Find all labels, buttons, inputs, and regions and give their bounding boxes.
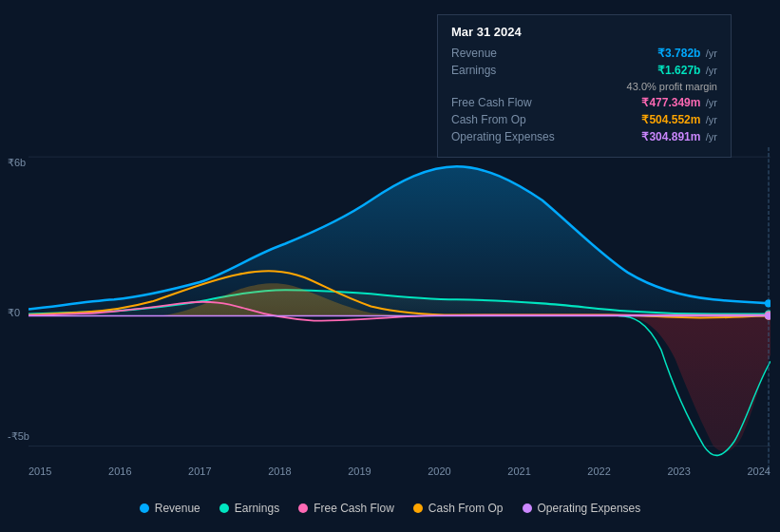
tooltip-title: Mar 31 2024 bbox=[451, 25, 717, 39]
tooltip-fcf-label: Free Cash Flow bbox=[451, 96, 565, 109]
neg-area bbox=[618, 316, 770, 452]
x-label-2021: 2021 bbox=[507, 466, 530, 477]
x-label-2017: 2017 bbox=[188, 466, 211, 477]
chart-area bbox=[29, 147, 770, 475]
tooltip-margin-row: 43.0% profit margin bbox=[451, 81, 717, 92]
tooltip-earnings-label: Earnings bbox=[451, 64, 565, 77]
tooltip-cashfromop-label: Cash From Op bbox=[451, 113, 565, 126]
legend-label-cashfromop: Cash From Op bbox=[428, 502, 504, 515]
legend-dot-revenue bbox=[140, 504, 149, 513]
x-label-2019: 2019 bbox=[348, 466, 371, 477]
tooltip-cashfromop-row: Cash From Op ₹504.552m /yr bbox=[451, 113, 717, 126]
legend-dot-earnings bbox=[219, 504, 229, 513]
tooltip-cashfromop-value: ₹504.552m /yr bbox=[641, 113, 717, 126]
revenue-area bbox=[29, 166, 770, 315]
y-label-6b: ₹6b bbox=[8, 157, 26, 169]
tooltip-opex-label: Operating Expenses bbox=[451, 130, 565, 143]
tooltip-fcf-value: ₹477.349m /yr bbox=[641, 96, 717, 109]
tooltip-revenue-label: Revenue bbox=[451, 47, 565, 60]
legend-item-cashfromop[interactable]: Cash From Op bbox=[413, 502, 504, 515]
legend-label-earnings: Earnings bbox=[235, 502, 279, 515]
legend-label-revenue: Revenue bbox=[155, 502, 200, 515]
tooltip-revenue-value: ₹3.782b /yr bbox=[657, 47, 717, 60]
x-label-2015: 2015 bbox=[29, 466, 51, 477]
legend-label-opex: Operating Expenses bbox=[538, 502, 641, 515]
x-label-2022: 2022 bbox=[587, 466, 610, 477]
chart-svg bbox=[29, 147, 770, 475]
x-label-2024: 2024 bbox=[747, 466, 770, 477]
tooltip-earnings-value: ₹1.627b /yr bbox=[657, 64, 717, 77]
chart-legend: Revenue Earnings Free Cash Flow Cash Fro… bbox=[0, 502, 780, 515]
x-label-2020: 2020 bbox=[428, 466, 450, 477]
x-label-2023: 2023 bbox=[667, 466, 690, 477]
chart-container: Mar 31 2024 Revenue ₹3.782b /yr Earnings… bbox=[0, 0, 780, 532]
x-label-2018: 2018 bbox=[268, 466, 291, 477]
legend-dot-cashfromop bbox=[413, 504, 423, 513]
legend-item-opex[interactable]: Operating Expenses bbox=[523, 502, 641, 515]
legend-item-revenue[interactable]: Revenue bbox=[140, 502, 200, 515]
y-label-neg5b: -₹5b bbox=[8, 430, 29, 443]
legend-label-fcf: Free Cash Flow bbox=[314, 502, 394, 515]
x-label-2016: 2016 bbox=[108, 466, 131, 477]
x-axis-labels: 2015 2016 2017 2018 2019 2020 2021 2022 … bbox=[29, 466, 770, 477]
tooltip-revenue-row: Revenue ₹3.782b /yr bbox=[451, 47, 717, 60]
tooltip-opex-value: ₹304.891m /yr bbox=[641, 130, 717, 143]
tooltip-fcf-row: Free Cash Flow ₹477.349m /yr bbox=[451, 96, 717, 109]
legend-dot-opex bbox=[523, 504, 532, 513]
y-label-0: ₹0 bbox=[8, 307, 20, 319]
tooltip-earnings-row: Earnings ₹1.627b /yr bbox=[451, 64, 717, 77]
legend-dot-fcf bbox=[298, 504, 308, 513]
tooltip-margin-value: 43.0% profit margin bbox=[627, 81, 717, 92]
legend-item-fcf[interactable]: Free Cash Flow bbox=[298, 502, 394, 515]
legend-item-earnings[interactable]: Earnings bbox=[219, 502, 279, 515]
tooltip-opex-row: Operating Expenses ₹304.891m /yr bbox=[451, 130, 717, 143]
tooltip-box: Mar 31 2024 Revenue ₹3.782b /yr Earnings… bbox=[437, 14, 732, 158]
